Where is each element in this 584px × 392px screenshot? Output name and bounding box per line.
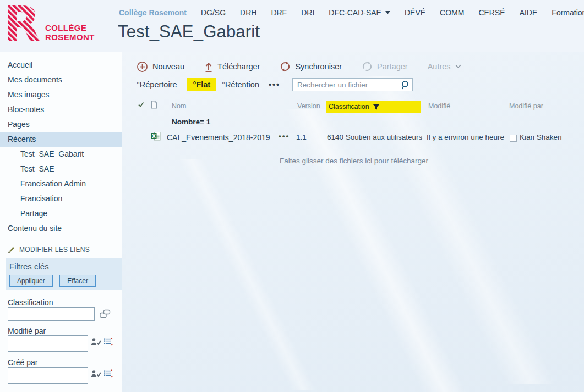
column-header-version[interactable]: Version [297,102,320,110]
svg-text:X: X [152,134,156,139]
view-tabs: °Répertoire °Flat °Rétention ••• [137,78,280,92]
address-book-icon[interactable] [103,369,113,378]
nav-item-formation[interactable]: Formation [552,8,584,17]
top-navigation: Collège Rosemont DG/SG DRH DRF DRI DFC-C… [119,8,584,17]
sidebar-item-contenu-du-site[interactable]: Contenu du site [0,221,122,236]
column-header-modified[interactable]: Modifié [428,102,450,110]
apply-filters-button[interactable]: Appliquer [9,275,53,287]
excel-file-icon: X [151,132,161,142]
clear-filters-button[interactable]: Effacer [59,275,96,287]
sidebar-item-accueil[interactable]: Accueil [0,58,122,73]
document-type-column-icon [151,101,157,111]
tags-icon[interactable] [100,309,111,318]
file-modified-time: Il y a environ une heure [427,133,504,141]
nav-item-cerse[interactable]: CERSÉ [478,8,505,17]
sidebar-item-mes-images[interactable]: Mes images [0,87,122,102]
chevron-down-icon [385,11,390,14]
file-modified-by[interactable]: Kian Shakeri [520,133,562,141]
college-wordmark: COLLÈGE ROSEMONT [45,23,95,42]
key-filters-panel: Filtres clés Appliquer Effacer [6,258,122,290]
check-person-icon[interactable] [91,338,101,346]
sidebar-item-francisation[interactable]: Francisation [0,191,122,206]
nav-item-dri[interactable]: DRI [301,8,314,17]
nav-item-dgsg[interactable]: DG/SG [201,8,226,17]
share-button-label: Partager [377,62,408,71]
new-button-label: Nouveau [152,62,184,71]
select-all-check-icon[interactable] [138,101,144,109]
view-tab-retention[interactable]: °Rétention [222,78,259,91]
column-header-classification-filtered[interactable]: Classification [326,101,421,113]
upload-button[interactable]: Télécharger [204,61,260,72]
nav-item-label: DFC-CAD-SAE [329,8,381,17]
search-input[interactable] [293,81,396,89]
svg-text:R: R [6,4,41,43]
share-button[interactable]: Partager [362,61,408,72]
college-rosemont-logo-icon[interactable]: R [6,4,44,43]
item-count-label: Nombre= 1 [172,118,210,126]
column-header-modified-by[interactable]: Modifié par [509,102,543,110]
table-row: X CAL_Evenements_2018-2019 ••• 1.1 6140 … [122,131,584,145]
view-more-ellipsis[interactable]: ••• [269,80,280,89]
wordmark-line2: ROSEMONT [45,32,95,42]
presence-checkbox[interactable] [510,135,517,142]
nav-item-drh[interactable]: DRH [240,8,256,17]
chevron-down-icon [455,64,461,69]
drag-drop-hint: Faites glisser des fichiers ici pour tél… [137,157,571,165]
new-button[interactable]: Nouveau [137,61,184,73]
edit-links-label: MODIFIER LES LIENS [19,246,90,253]
modified-by-filter-label: Modifié par [8,327,46,335]
table-header-row: Nom Version Classification Modifié Modif… [122,101,584,113]
nav-home-link[interactable]: Collège Rosemont [119,8,187,17]
nav-item-drf[interactable]: DRF [271,8,287,17]
nav-item-comm[interactable]: COMM [440,8,464,17]
more-actions-button[interactable]: Autres [428,62,461,71]
nav-item-dfc-cad-sae[interactable]: DFC-CAD-SAE [329,8,390,17]
file-version: 1.1 [296,133,307,141]
nav-item-aide[interactable]: AIDE [520,8,538,17]
page-header: R COLLÈGE ROSEMONT Collège Rosemont DG/S… [0,0,584,52]
classification-filter-label: Classification [8,298,53,307]
classification-header-label: Classification [329,103,369,111]
edit-links-button[interactable]: MODIFIER LES LIENS [8,246,90,253]
sidebar-item-recents[interactable]: Récents [0,132,122,147]
address-book-icon[interactable] [103,338,113,346]
sidebar-item-mes-documents[interactable]: Mes documents [0,73,122,87]
upload-button-label: Télécharger [217,62,260,71]
file-search-box [292,78,413,91]
filter-funnel-icon [373,104,380,110]
column-header-name[interactable]: Nom [172,102,186,110]
sync-button-label: Synchroniser [295,62,342,71]
sidebar-nav: Accueil Mes documents Mes images Bloc-no… [0,58,122,236]
sidebar-item-test-sae[interactable]: Test_SAE [0,162,122,176]
nav-item-deve[interactable]: DÉVÉ [405,8,425,17]
view-tab-flat-active[interactable]: °Flat [187,78,217,91]
classification-filter-input[interactable] [8,307,95,321]
search-button[interactable] [396,80,412,90]
sync-icon [280,61,291,72]
page-title: Test_SAE_Gabarit [118,22,260,42]
sidebar-item-bloc-notes[interactable]: Bloc-notes [0,102,122,117]
sidebar-item-test-sae-gabarit[interactable]: Test_SAE_Gabarit [0,147,122,162]
file-classification: 6140 Soutien aux utilisateurs [327,133,422,141]
pencil-icon [8,246,15,253]
more-actions-label: Autres [428,62,451,71]
upload-arrow-icon [204,61,213,72]
share-icon [362,61,373,72]
modified-by-filter-input[interactable] [8,335,88,352]
row-ellipsis-menu[interactable]: ••• [279,132,290,140]
left-sidebar: Accueil Mes documents Mes images Bloc-no… [0,52,122,392]
wordmark-line1: COLLÈGE [45,23,95,32]
sync-button[interactable]: Synchroniser [280,61,342,72]
key-filters-title: Filtres clés [9,262,118,271]
check-person-icon[interactable] [91,369,101,378]
file-name-link[interactable]: CAL_Evenements_2018-2019 [167,133,270,142]
library-toolbar: Nouveau Télécharger Synchroniser [137,59,461,74]
sidebar-item-francisation-admin[interactable]: Francisation Admin [0,176,122,191]
sidebar-item-pages[interactable]: Pages [0,117,122,132]
search-icon [400,80,409,90]
document-library-main: Nouveau Télécharger Synchroniser [122,52,584,392]
sidebar-item-partage[interactable]: Partage [0,206,122,221]
view-tab-repertoire[interactable]: °Répertoire [137,78,177,91]
created-by-filter-input[interactable] [8,367,88,384]
created-by-filter-label: Créé par [8,358,37,367]
